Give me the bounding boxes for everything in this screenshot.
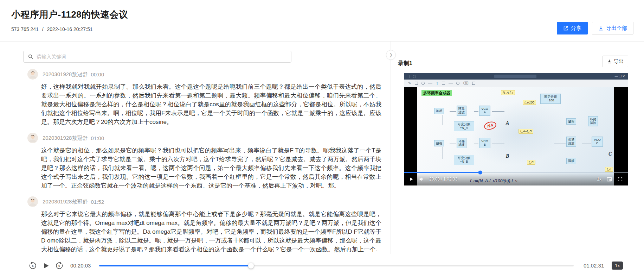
download-icon	[607, 59, 612, 64]
diagram-block: 混频	[566, 158, 576, 164]
diagram-block: VCO B	[479, 138, 490, 148]
toolbar-glyph	[415, 82, 418, 85]
current-time: 00:20:03	[70, 263, 93, 269]
page-header: 小程序用户-1128的快速会议 573 765 241 / 2022-10-16…	[0, 0, 644, 41]
svg-text:5: 5	[32, 264, 34, 267]
speaker-name: 2020301928敖冠舒	[43, 199, 88, 205]
video-time-display: 20:03 / 1:02:33	[429, 177, 457, 182]
loop-letter: B	[506, 153, 509, 159]
playback-bar: 5 5 00:20:03 01:02:31 1x	[0, 254, 644, 277]
entry-timestamp: 01:00	[91, 135, 104, 141]
diagram-block: 可变分频 ÷N_A	[454, 121, 474, 131]
diagram-tag: N_A f_r	[501, 90, 515, 95]
diagram-block: 固定分频 ÷100	[540, 94, 561, 104]
meeting-id: 573 765 241	[11, 26, 39, 32]
playback-speed-button[interactable]: 1x	[612, 262, 623, 270]
avatar	[27, 196, 38, 207]
fullscreen-button[interactable]	[617, 176, 623, 182]
video-app-titlebar: — ❐ ✕	[404, 73, 628, 80]
fullscreen-icon	[617, 176, 623, 182]
playback-slider-handle[interactable]	[248, 263, 254, 269]
diagram-tag: f_r/100	[523, 100, 536, 105]
toolbar-glyph: ✎	[408, 81, 411, 86]
diagram-block: 环路滤波	[588, 116, 598, 126]
video-player[interactable]: — ❐ ✕ ✎ T ⌫ 多环频率合成器	[404, 73, 628, 185]
keyword-search-box[interactable]	[23, 51, 291, 63]
transcript-text[interactable]: 这个就是它的相位，那么如果是它的频率呢？我们也可以把它的频率写出来，频率说白了就…	[41, 146, 381, 190]
video-surface[interactable]: 多环频率合成器	[404, 87, 628, 185]
play-icon	[43, 262, 50, 269]
playback-slider-fill	[99, 265, 251, 266]
diagram-block: VCO C	[592, 137, 603, 147]
speaker-name: 2020301928敖冠舒	[43, 71, 88, 78]
diagram-block: 鉴相	[434, 108, 444, 114]
slide-title: 多环频率合成器	[421, 90, 452, 96]
diagram-block: 鉴相	[434, 140, 444, 146]
diagram-tag: f_o	[605, 167, 613, 172]
video-play-button[interactable]	[409, 177, 414, 182]
loop-letter: C	[608, 151, 612, 157]
play-button[interactable]	[43, 262, 50, 269]
entry-header: 2020301928敖冠舒 00:00	[23, 69, 391, 80]
toolbar-glyph	[407, 75, 410, 78]
drawing-toolbar: ✎ T ⌫	[404, 80, 628, 87]
share-label: 分享	[571, 25, 581, 32]
diagram-block: 可变分频 ÷N_B	[454, 155, 474, 165]
avatar	[27, 133, 38, 143]
entry-header: 2020301928敖冠舒 01:52	[23, 196, 391, 207]
volume-button[interactable]	[419, 176, 424, 182]
transcript-panel: 2020301928敖冠舒 00:00 好，这样我就对我就开始录制了。那么我们来…	[0, 42, 391, 254]
export-recording-button[interactable]: 导出	[603, 56, 628, 67]
loop-letter: A	[506, 120, 509, 126]
play-icon	[409, 177, 414, 182]
video-speed-button[interactable]: 1x	[597, 177, 601, 182]
meta-divider: /	[42, 26, 44, 32]
toolbar-glyph	[456, 82, 459, 85]
recording-panel: 录制1 导出 — ❐ ✕ ✎ T	[391, 42, 644, 254]
window-title-pill	[494, 75, 536, 78]
toolbar-glyph: T	[436, 81, 438, 86]
export-label: 导出	[614, 58, 624, 65]
share-button[interactable]: 分享	[557, 22, 588, 34]
entry-timestamp: 01:52	[91, 199, 104, 205]
toolbar-glyph	[472, 82, 475, 85]
diagram-block: 带通滤波	[566, 137, 576, 147]
volume-icon	[419, 176, 424, 182]
avatar	[27, 69, 38, 80]
video-controls: 20:03 / 1:02:33 1x	[404, 173, 628, 185]
diagram-block: 环路滤波	[457, 106, 466, 116]
pip-button[interactable]	[606, 176, 612, 182]
search-icon	[28, 54, 33, 59]
diagram-block: 环路滤波	[457, 138, 466, 148]
transcript-text[interactable]: 那么对于它来说它最大的频率偏移，就是能够偏离那个中心能上或者下是多少呢？那毫无疑…	[41, 210, 381, 254]
download-icon	[598, 26, 604, 31]
diagram-block: 鉴相	[566, 118, 576, 125]
rewind-5-icon: 5	[29, 262, 37, 270]
diagram-block: VCO A	[479, 106, 490, 116]
forward-5s-button[interactable]: 5	[55, 262, 63, 270]
content-area: 2020301928敖冠舒 00:00 好，这样我就对我就开始录制了。那么我们来…	[0, 41, 644, 254]
transcript-text[interactable]: 好，这样我就对我就开始录制了。那么我们来看。这个题这个题呢是给呃我们前三个题呢？…	[41, 82, 381, 126]
transcript-entry: 2020301928敖冠舒 01:00 这个就是它的相位，那么如果是它的频率呢？…	[23, 133, 391, 190]
pip-icon	[606, 176, 612, 182]
search-input[interactable]	[37, 54, 287, 59]
transcript-entry: 2020301928敖冠舒 00:00 好，这样我就对我就开始录制了。那么我们来…	[23, 69, 391, 126]
meeting-meta: 573 765 241 / 2022-10-16 20:27:51	[11, 26, 633, 32]
forward-5-icon: 5	[55, 262, 63, 270]
toolbar-glyph: ⌫	[463, 81, 469, 86]
playback-slider[interactable]	[99, 265, 574, 266]
chevron-right-icon: ❯	[389, 52, 393, 57]
diagram-tag: f_B	[527, 160, 535, 165]
share-icon	[563, 26, 568, 31]
collapse-panel-button[interactable]: ❯	[386, 50, 396, 60]
meeting-datetime: 2022-10-16 20:27:51	[47, 26, 93, 32]
meeting-recording-page: 小程序用户-1128的快速会议 573 765 241 / 2022-10-16…	[0, 0, 644, 277]
entry-header: 2020301928敖冠舒 01:00	[23, 133, 391, 143]
toolbar-glyph	[449, 83, 453, 83]
speaker-name: 2020301928敖冠舒	[43, 135, 88, 141]
entry-timestamp: 00:00	[91, 71, 104, 77]
toolbar-glyph	[413, 75, 416, 78]
svg-text:5: 5	[58, 264, 60, 267]
export-all-button[interactable]: 导出全部	[592, 22, 633, 34]
rewind-5s-button[interactable]: 5	[29, 262, 37, 270]
